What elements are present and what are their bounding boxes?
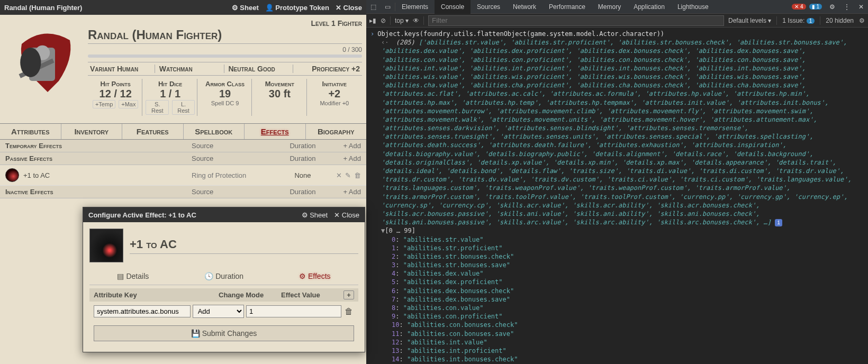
- array-item[interactable]: 14: "abilities.int.bonuses.check": [370, 355, 864, 363]
- dt-tab-application[interactable]: Application: [627, 0, 671, 14]
- dt-tab-performance[interactable]: Performance: [542, 0, 592, 14]
- levels-selector[interactable]: Default levels ▾: [728, 17, 771, 24]
- stat-hd: Hit Dice 1 / 1 S. RestL. Rest: [143, 79, 197, 116]
- add-inactive-effect[interactable]: + Add: [329, 188, 361, 196]
- add-change-row[interactable]: +: [343, 290, 354, 299]
- console-sidebar-toggle[interactable]: ▸▮: [369, 17, 376, 24]
- device-icon[interactable]: ▭: [381, 3, 395, 11]
- dt-tab-console[interactable]: Console: [435, 0, 471, 14]
- sheet-tabs: Attributes Inventory Features Spellbook …: [0, 123, 366, 140]
- console-command: ›Object.keys(foundry.utils.flattenObject…: [370, 30, 864, 38]
- summary-background[interactable]: Watchman: [157, 65, 224, 73]
- effect-toggle-icon[interactable]: ✕: [336, 171, 342, 179]
- settings-icon[interactable]: ⚙: [825, 3, 839, 11]
- configure-effect-popup: Configure Active Effect: +1 to AC ⚙ Shee…: [83, 207, 365, 352]
- config-tab-duration[interactable]: 🕓 Duration: [204, 272, 243, 280]
- effect-edit-icon[interactable]: ✎: [345, 171, 351, 179]
- section-passive: Passive Effects Source Duration + Add: [0, 152, 366, 165]
- array-preview[interactable]: ['abilities.str.value', 'abilities.str.p…: [381, 39, 852, 226]
- tab-spellbook[interactable]: Spellbook: [184, 124, 245, 139]
- add-passive-effect[interactable]: + Add: [329, 154, 361, 162]
- section-inactive: Inactive Effects Source Duration + Add: [0, 186, 366, 198]
- effect-value-input[interactable]: [246, 305, 341, 317]
- add-temp-effect[interactable]: + Add: [329, 142, 361, 150]
- character-name[interactable]: Randal (Human Fighter): [88, 28, 362, 44]
- dt-tab-memory[interactable]: Memory: [592, 0, 627, 14]
- array-item[interactable]: 11: "abilities.con.bonuses.save": [370, 330, 864, 338]
- change-mode-select[interactable]: Add: [193, 305, 244, 318]
- array-item[interactable]: 3: "abilities.str.bonuses.save": [370, 261, 864, 269]
- devtools-tabs: ⬚ ▭ Elements Console Sources Network Per…: [366, 0, 868, 14]
- level-line: Level 1 Fighter: [88, 19, 362, 28]
- xp-text: 0 / 300: [88, 46, 362, 53]
- sheet-title: Randal (Human Fighter): [4, 4, 232, 12]
- console-filter[interactable]: [428, 15, 724, 26]
- tab-inventory[interactable]: Inventory: [61, 124, 123, 139]
- array-item[interactable]: 5: "abilities.dex.proficient": [370, 278, 864, 286]
- array-item[interactable]: 12: "abilities.int.value": [370, 338, 864, 347]
- attribute-key-input[interactable]: [94, 305, 191, 317]
- console-output[interactable]: ›Object.keys(foundry.utils.flattenObject…: [366, 28, 868, 364]
- tab-features[interactable]: Features: [122, 124, 184, 139]
- submit-changes-button[interactable]: 💾 Submit Changes: [94, 325, 354, 341]
- issues-indicator[interactable]: 1 Issue: 1: [782, 17, 815, 24]
- sheet-header: Randal (Human Fighter) ⚙ Sheet 👤 Prototy…: [0, 0, 366, 15]
- config-tab-details[interactable]: ▤ Details: [117, 272, 149, 280]
- eye-icon[interactable]: 👁: [413, 17, 419, 24]
- config-close-action[interactable]: ✕ Close: [334, 211, 359, 219]
- config-ring-icon[interactable]: [89, 229, 123, 262]
- array-item[interactable]: 7: "abilities.dex.bonuses.save": [370, 295, 864, 304]
- xp-bar: [88, 54, 362, 58]
- info-icon[interactable]: i: [775, 219, 782, 226]
- dt-tab-sources[interactable]: Sources: [471, 0, 507, 14]
- array-item[interactable]: 9: "abilities.con.proficient": [370, 312, 864, 321]
- summary-proficiency: Proficiency +2: [295, 65, 362, 73]
- sheet-action-prototype[interactable]: 👤 Prototype Token: [265, 4, 329, 12]
- ring-icon: [5, 168, 19, 182]
- sheet-action-close[interactable]: ✕ Close: [336, 4, 362, 12]
- summary-race[interactable]: Variant Human: [88, 65, 155, 73]
- tab-biography[interactable]: Biography: [306, 124, 367, 139]
- sheet-action-sheet[interactable]: ⚙ Sheet: [232, 4, 259, 12]
- svg-point-3: [20, 48, 41, 77]
- array-item[interactable]: 6: "abilities.dex.bonuses.check": [370, 287, 864, 295]
- info-badge[interactable]: ▮ 1: [809, 4, 822, 10]
- effect-row[interactable]: +1 to AC Ring of Protection None ✕ ✎ 🗑: [0, 165, 366, 186]
- array-item[interactable]: 2: "abilities.str.bonuses.check": [370, 252, 864, 261]
- array-item[interactable]: 0: "abilities.str.value": [370, 235, 864, 244]
- console-toolbar: ▸▮ ⊘ top ▾ 👁 Default levels ▾ 1 Issue: 1…: [366, 14, 868, 28]
- config-header: Configure Active Effect: +1 to AC ⚙ Shee…: [83, 207, 365, 222]
- stat-movement: Movement 30 ft: [253, 79, 306, 116]
- delete-row-icon[interactable]: 🗑: [343, 307, 354, 316]
- config-sheet-action[interactable]: ⚙ Sheet: [302, 211, 328, 219]
- section-temporary: Temporary Effects Source Duration + Add: [0, 140, 366, 152]
- array-item[interactable]: 13: "abilities.int.proficient": [370, 347, 864, 355]
- array-item[interactable]: 10: "abilities.con.bonuses.check": [370, 321, 864, 329]
- config-label[interactable]: +1 to AC: [130, 238, 358, 254]
- config-tab-effects[interactable]: ⚙ Effects: [299, 272, 331, 280]
- stat-hp: Hit Points 12 / 12 +Temp+Max: [89, 79, 142, 116]
- array-item[interactable]: 4: "abilities.dex.value": [370, 269, 864, 278]
- context-selector[interactable]: top ▾: [395, 17, 409, 24]
- inspect-icon[interactable]: ⬚: [366, 3, 381, 11]
- dt-tab-network[interactable]: Network: [507, 0, 542, 14]
- stat-initiative: Initiative +2 Modifier +0: [308, 79, 361, 116]
- clear-console-icon[interactable]: ⊘: [381, 17, 386, 24]
- array-item[interactable]: 1: "abilities.str.proficient": [370, 244, 864, 252]
- summary-alignment[interactable]: Neutral Good: [227, 65, 294, 73]
- error-badge[interactable]: ✕ 4: [792, 4, 806, 10]
- character-portrait[interactable]: [4, 19, 84, 98]
- tab-attributes[interactable]: Attributes: [0, 124, 61, 139]
- close-devtools-icon[interactable]: ✕: [854, 3, 868, 11]
- console-settings-icon[interactable]: ⚙: [859, 17, 865, 24]
- array-item[interactable]: 8: "abilities.con.value": [370, 304, 864, 312]
- hidden-count: 20 hidden: [826, 17, 854, 24]
- tab-effects[interactable]: Effects: [245, 124, 306, 139]
- dt-tab-elements[interactable]: Elements: [395, 0, 435, 14]
- more-icon[interactable]: ⋮: [839, 3, 854, 11]
- stat-ac: Armor Class 19 Spell DC 9: [198, 79, 252, 116]
- effect-delete-icon[interactable]: 🗑: [354, 171, 361, 179]
- dt-tab-lighthouse[interactable]: Lighthouse: [671, 0, 715, 14]
